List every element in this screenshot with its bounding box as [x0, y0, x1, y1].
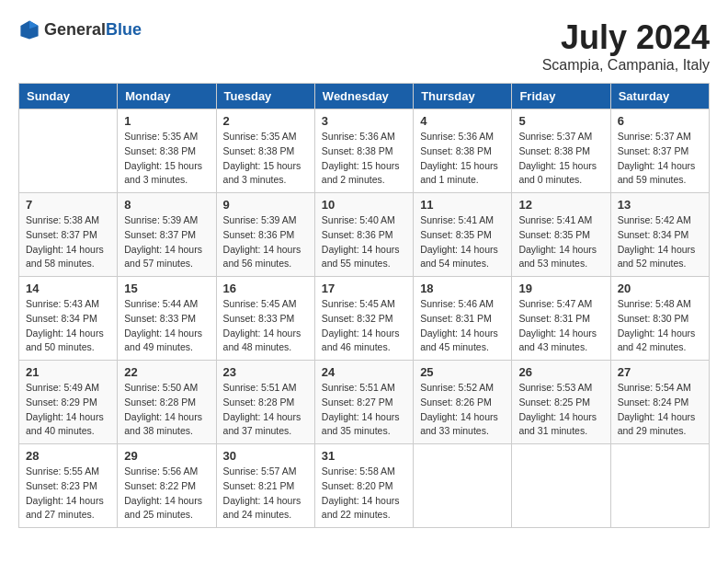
day-info: Sunrise: 5:43 AM Sunset: 8:34 PM Dayligh…	[26, 297, 110, 355]
logo: GeneralBlue	[18, 18, 142, 40]
sunset-text: Sunset: 8:36 PM	[322, 229, 393, 240]
sunset-text: Sunset: 8:34 PM	[26, 313, 97, 324]
header-wednesday: Wednesday	[314, 84, 413, 109]
sunrise-text: Sunrise: 5:54 AM	[618, 382, 691, 393]
sunset-text: Sunset: 8:33 PM	[223, 313, 295, 324]
daylight-text: Daylight: 14 hours and 59 minutes.	[618, 160, 696, 186]
day-number: 1	[124, 114, 209, 128]
table-row: 2 Sunrise: 5:35 AM Sunset: 8:38 PM Dayli…	[216, 109, 314, 193]
header-sunday: Sunday	[19, 84, 118, 109]
daylight-text: Daylight: 14 hours and 31 minutes.	[518, 411, 597, 437]
sunset-text: Sunset: 8:38 PM	[420, 145, 492, 156]
daylight-text: Daylight: 14 hours and 46 minutes.	[322, 327, 400, 353]
table-row: 9 Sunrise: 5:39 AM Sunset: 8:36 PM Dayli…	[216, 193, 314, 277]
table-row: 28 Sunrise: 5:55 AM Sunset: 8:23 PM Dayl…	[19, 444, 118, 528]
table-row: 8 Sunrise: 5:39 AM Sunset: 8:37 PM Dayli…	[118, 193, 216, 277]
day-number: 6	[618, 114, 702, 128]
daylight-text: Daylight: 14 hours and 42 minutes.	[618, 327, 696, 353]
calendar-table: Sunday Monday Tuesday Wednesday Thursday…	[18, 83, 710, 528]
sunrise-text: Sunrise: 5:44 AM	[124, 298, 198, 309]
sunrise-text: Sunrise: 5:41 AM	[420, 214, 494, 225]
day-number: 14	[26, 282, 110, 295]
daylight-text: Daylight: 15 hours and 0 minutes.	[518, 160, 597, 186]
sunset-text: Sunset: 8:33 PM	[124, 313, 196, 324]
table-row: 15 Sunrise: 5:44 AM Sunset: 8:33 PM Dayl…	[118, 277, 216, 361]
day-info: Sunrise: 5:45 AM Sunset: 8:33 PM Dayligh…	[223, 297, 308, 355]
table-row	[414, 444, 512, 528]
day-number: 22	[124, 365, 209, 379]
sunset-text: Sunset: 8:24 PM	[618, 396, 689, 408]
sunset-text: Sunset: 8:38 PM	[223, 145, 295, 156]
table-row: 4 Sunrise: 5:36 AM Sunset: 8:38 PM Dayli…	[414, 109, 512, 193]
table-row: 16 Sunrise: 5:45 AM Sunset: 8:33 PM Dayl…	[216, 277, 314, 361]
sunrise-text: Sunrise: 5:58 AM	[322, 465, 395, 477]
day-info: Sunrise: 5:46 AM Sunset: 8:31 PM Dayligh…	[420, 297, 505, 355]
table-row: 21 Sunrise: 5:49 AM Sunset: 8:29 PM Dayl…	[19, 361, 118, 444]
sunset-text: Sunset: 8:30 PM	[618, 313, 689, 324]
table-row: 1 Sunrise: 5:35 AM Sunset: 8:38 PM Dayli…	[118, 109, 216, 193]
day-number: 19	[518, 282, 603, 295]
table-row: 24 Sunrise: 5:51 AM Sunset: 8:27 PM Dayl…	[314, 361, 413, 444]
sunrise-text: Sunrise: 5:36 AM	[322, 131, 395, 142]
daylight-text: Daylight: 14 hours and 55 minutes.	[322, 244, 400, 270]
daylight-text: Daylight: 14 hours and 24 minutes.	[223, 495, 301, 521]
day-info: Sunrise: 5:41 AM Sunset: 8:35 PM Dayligh…	[518, 213, 603, 271]
sunset-text: Sunset: 8:37 PM	[26, 229, 97, 240]
day-number: 2	[223, 114, 308, 128]
sunrise-text: Sunrise: 5:55 AM	[26, 465, 99, 477]
sunrise-text: Sunrise: 5:57 AM	[223, 465, 297, 477]
sunrise-text: Sunrise: 5:46 AM	[420, 298, 494, 309]
day-number: 8	[124, 198, 209, 212]
daylight-text: Daylight: 14 hours and 25 minutes.	[124, 495, 202, 521]
table-row: 17 Sunrise: 5:45 AM Sunset: 8:32 PM Dayl…	[314, 277, 413, 361]
sunrise-text: Sunrise: 5:45 AM	[223, 298, 297, 309]
sunrise-text: Sunrise: 5:49 AM	[26, 382, 99, 393]
sunrise-text: Sunrise: 5:36 AM	[420, 131, 494, 142]
daylight-text: Daylight: 14 hours and 38 minutes.	[124, 411, 202, 437]
day-info: Sunrise: 5:37 AM Sunset: 8:38 PM Dayligh…	[518, 130, 603, 188]
header-saturday: Saturday	[610, 84, 709, 109]
sunset-text: Sunset: 8:27 PM	[322, 396, 393, 408]
table-row: 7 Sunrise: 5:38 AM Sunset: 8:37 PM Dayli…	[19, 193, 118, 277]
day-info: Sunrise: 5:35 AM Sunset: 8:38 PM Dayligh…	[124, 130, 209, 188]
day-info: Sunrise: 5:52 AM Sunset: 8:26 PM Dayligh…	[420, 381, 505, 439]
day-info: Sunrise: 5:49 AM Sunset: 8:29 PM Dayligh…	[26, 381, 110, 439]
sunrise-text: Sunrise: 5:37 AM	[518, 131, 592, 142]
daylight-text: Daylight: 14 hours and 27 minutes.	[26, 495, 104, 521]
table-row: 13 Sunrise: 5:42 AM Sunset: 8:34 PM Dayl…	[610, 193, 709, 277]
sunrise-text: Sunrise: 5:50 AM	[124, 382, 198, 393]
daylight-text: Daylight: 14 hours and 53 minutes.	[518, 244, 597, 270]
sunset-text: Sunset: 8:37 PM	[618, 145, 689, 156]
day-number: 16	[223, 282, 308, 295]
sunset-text: Sunset: 8:35 PM	[518, 229, 590, 240]
daylight-text: Daylight: 15 hours and 3 minutes.	[124, 160, 202, 186]
table-row: 23 Sunrise: 5:51 AM Sunset: 8:28 PM Dayl…	[216, 361, 314, 444]
header-tuesday: Tuesday	[216, 84, 314, 109]
table-row	[610, 444, 709, 528]
table-row: 11 Sunrise: 5:41 AM Sunset: 8:35 PM Dayl…	[414, 193, 512, 277]
daylight-text: Daylight: 15 hours and 3 minutes.	[223, 160, 301, 186]
table-row: 19 Sunrise: 5:47 AM Sunset: 8:31 PM Dayl…	[512, 277, 610, 361]
day-number: 11	[420, 198, 505, 212]
calendar-week-1: 1 Sunrise: 5:35 AM Sunset: 8:38 PM Dayli…	[19, 109, 710, 193]
table-row: 12 Sunrise: 5:41 AM Sunset: 8:35 PM Dayl…	[512, 193, 610, 277]
day-info: Sunrise: 5:55 AM Sunset: 8:23 PM Dayligh…	[26, 465, 110, 523]
daylight-text: Daylight: 14 hours and 33 minutes.	[420, 411, 498, 437]
sunrise-text: Sunrise: 5:42 AM	[618, 214, 691, 225]
day-info: Sunrise: 5:36 AM Sunset: 8:38 PM Dayligh…	[322, 130, 406, 188]
sunset-text: Sunset: 8:28 PM	[223, 396, 295, 408]
sunrise-text: Sunrise: 5:47 AM	[518, 298, 592, 309]
day-info: Sunrise: 5:50 AM Sunset: 8:28 PM Dayligh…	[124, 381, 209, 439]
calendar-week-5: 28 Sunrise: 5:55 AM Sunset: 8:23 PM Dayl…	[19, 444, 710, 528]
title-block: July 2024 Scampia, Campania, Italy	[542, 18, 710, 74]
logo-text: GeneralBlue	[44, 20, 142, 40]
day-info: Sunrise: 5:48 AM Sunset: 8:30 PM Dayligh…	[618, 297, 702, 355]
table-row: 31 Sunrise: 5:58 AM Sunset: 8:20 PM Dayl…	[314, 444, 413, 528]
page-header: GeneralBlue July 2024 Scampia, Campania,…	[18, 18, 710, 74]
table-row	[512, 444, 610, 528]
table-row: 22 Sunrise: 5:50 AM Sunset: 8:28 PM Dayl…	[118, 361, 216, 444]
daylight-text: Daylight: 14 hours and 22 minutes.	[322, 495, 400, 521]
table-row: 29 Sunrise: 5:56 AM Sunset: 8:22 PM Dayl…	[118, 444, 216, 528]
table-row: 20 Sunrise: 5:48 AM Sunset: 8:30 PM Dayl…	[610, 277, 709, 361]
daylight-text: Daylight: 14 hours and 45 minutes.	[420, 327, 498, 353]
